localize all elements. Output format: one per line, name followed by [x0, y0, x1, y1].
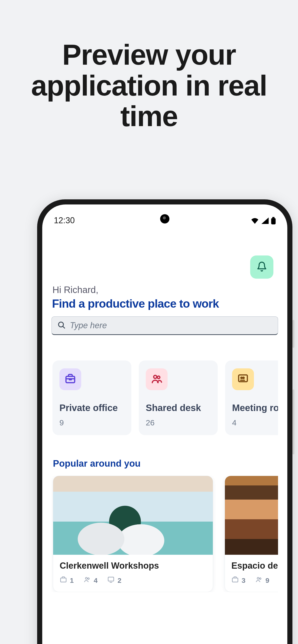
svg-rect-1 — [271, 218, 275, 224]
svg-point-11 — [85, 578, 87, 579]
svg-point-5 — [154, 375, 157, 378]
category-count: 9 — [59, 418, 124, 427]
greeting-text: Hi Richard, — [53, 285, 278, 295]
popular-card-espacio[interactable]: Espacio de ofi 3 9 — [225, 476, 278, 592]
wifi-icon — [251, 218, 259, 225]
svg-rect-10 — [61, 578, 66, 582]
notifications-button[interactable] — [250, 256, 273, 279]
briefcase-icon — [231, 576, 239, 585]
category-count: 26 — [146, 418, 211, 427]
category-meeting-room[interactable]: Meeting roo 4 — [225, 360, 278, 435]
svg-rect-13 — [108, 577, 114, 581]
briefcase-icon — [60, 576, 67, 585]
svg-point-6 — [157, 376, 160, 378]
stat-office: 3 — [231, 576, 245, 585]
svg-point-9 — [243, 377, 244, 378]
users-icon — [255, 576, 263, 585]
category-title: Shared desk — [146, 403, 211, 413]
users-icon — [151, 373, 162, 386]
popular-card-clerkenwell[interactable]: Clerkenwell Workshops 1 4 — [53, 476, 213, 592]
svg-line-3 — [63, 326, 65, 328]
headline-text: Find a productive place to work — [52, 297, 278, 310]
hero-title: Preview your application in real time — [27, 40, 271, 132]
briefcase-icon — [65, 373, 76, 386]
popular-title: Espacio de ofi — [231, 561, 278, 571]
presentation-icon — [237, 373, 249, 386]
section-popular-title: Popular around you — [53, 458, 278, 469]
popular-image — [225, 476, 278, 555]
stat-people: 9 — [255, 576, 269, 585]
svg-point-15 — [257, 578, 259, 579]
phone-mockup: 12:30 — [37, 199, 292, 644]
svg-rect-0 — [272, 217, 274, 218]
category-title: Meeting roo — [232, 403, 278, 413]
popular-image — [53, 476, 213, 555]
users-icon — [84, 576, 91, 585]
bell-icon — [256, 261, 267, 273]
category-shared-desk[interactable]: Shared desk 26 — [139, 360, 218, 435]
status-time: 12:30 — [54, 216, 75, 225]
svg-point-12 — [88, 578, 89, 580]
stat-rooms: 2 — [107, 576, 121, 585]
phone-side-button — [292, 390, 294, 454]
svg-rect-14 — [232, 578, 238, 582]
battery-icon — [271, 217, 276, 225]
category-private-office[interactable]: Private office 9 — [53, 360, 131, 435]
phone-side-button — [292, 320, 294, 348]
cellular-icon — [261, 218, 269, 225]
category-count: 4 — [232, 418, 278, 427]
popular-title: Clerkenwell Workshops — [60, 561, 206, 571]
search-input[interactable]: Type here — [52, 316, 278, 335]
stat-office: 1 — [60, 576, 74, 585]
presentation-icon — [107, 576, 115, 585]
search-placeholder: Type here — [70, 320, 107, 330]
category-title: Private office — [59, 403, 124, 413]
search-icon — [57, 321, 66, 330]
svg-point-16 — [259, 578, 261, 580]
stat-people: 4 — [84, 576, 98, 585]
phone-camera — [160, 214, 169, 224]
svg-point-8 — [241, 377, 242, 378]
